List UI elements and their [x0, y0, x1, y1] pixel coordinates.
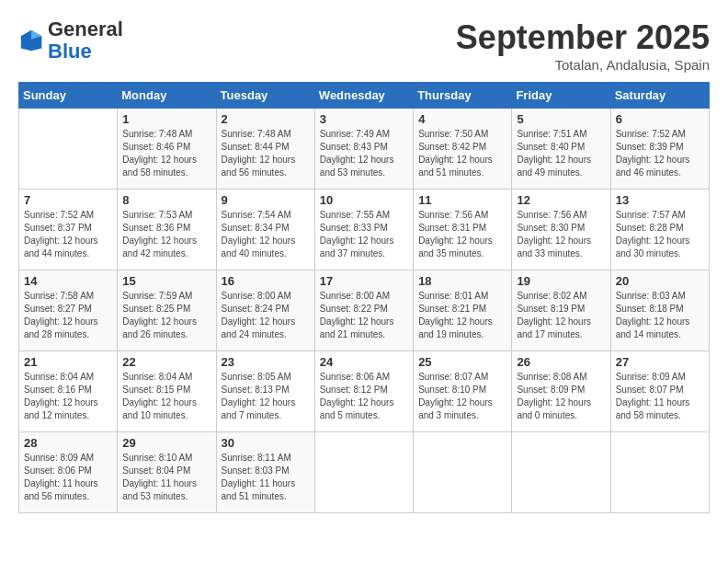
- day-cell: 10Sunrise: 7:55 AM Sunset: 8:33 PM Dayli…: [314, 190, 413, 270]
- week-row-2: 7Sunrise: 7:52 AM Sunset: 8:37 PM Daylig…: [19, 190, 710, 270]
- day-info: Sunrise: 8:10 AM Sunset: 8:04 PM Dayligh…: [122, 452, 210, 503]
- month-title: September 2025: [456, 18, 710, 57]
- day-info: Sunrise: 7:48 AM Sunset: 8:46 PM Dayligh…: [122, 128, 210, 179]
- day-info: Sunrise: 7:50 AM Sunset: 8:42 PM Dayligh…: [418, 128, 506, 179]
- day-cell: 2Sunrise: 7:48 AM Sunset: 8:44 PM Daylig…: [216, 109, 314, 190]
- day-cell: 27Sunrise: 8:09 AM Sunset: 8:07 PM Dayli…: [610, 351, 709, 432]
- day-info: Sunrise: 7:52 AM Sunset: 8:39 PM Dayligh…: [616, 128, 704, 179]
- week-row-4: 21Sunrise: 8:04 AM Sunset: 8:16 PM Dayli…: [19, 351, 710, 432]
- day-cell: 23Sunrise: 8:05 AM Sunset: 8:13 PM Dayli…: [216, 351, 314, 432]
- day-number: 10: [320, 193, 408, 207]
- day-number: 27: [616, 355, 704, 369]
- day-number: 3: [320, 112, 408, 126]
- day-cell: 14Sunrise: 7:58 AM Sunset: 8:27 PM Dayli…: [19, 270, 118, 351]
- day-cell: 17Sunrise: 8:00 AM Sunset: 8:22 PM Dayli…: [314, 270, 413, 351]
- day-cell: 8Sunrise: 7:53 AM Sunset: 8:36 PM Daylig…: [118, 190, 216, 270]
- day-cell: 13Sunrise: 7:57 AM Sunset: 8:28 PM Dayli…: [610, 190, 709, 270]
- header-row: SundayMondayTuesdayWednesdayThursdayFrid…: [19, 83, 710, 109]
- day-number: 13: [616, 193, 704, 207]
- title-block: September 2025 Totalan, Andalusia, Spain: [456, 18, 710, 73]
- page-header: General Blue September 2025 Totalan, And…: [18, 18, 710, 73]
- logo-icon: [18, 28, 44, 53]
- day-info: Sunrise: 7:53 AM Sunset: 8:36 PM Dayligh…: [122, 209, 210, 260]
- day-number: 9: [222, 193, 310, 207]
- day-cell: [314, 432, 413, 513]
- day-cell: 25Sunrise: 8:07 AM Sunset: 8:10 PM Dayli…: [414, 351, 512, 432]
- day-info: Sunrise: 8:09 AM Sunset: 8:06 PM Dayligh…: [24, 452, 112, 503]
- day-info: Sunrise: 8:02 AM Sunset: 8:19 PM Dayligh…: [517, 290, 605, 341]
- day-number: 15: [122, 274, 210, 288]
- logo-text: General Blue: [48, 18, 123, 63]
- col-header-monday: Monday: [118, 83, 216, 109]
- day-cell: [610, 432, 709, 513]
- day-info: Sunrise: 8:00 AM Sunset: 8:22 PM Dayligh…: [320, 290, 408, 341]
- day-info: Sunrise: 7:56 AM Sunset: 8:31 PM Dayligh…: [418, 209, 506, 260]
- day-cell: 9Sunrise: 7:54 AM Sunset: 8:34 PM Daylig…: [216, 190, 314, 270]
- day-number: 4: [418, 112, 506, 126]
- col-header-tuesday: Tuesday: [216, 83, 314, 109]
- day-number: 30: [222, 436, 310, 450]
- week-row-5: 28Sunrise: 8:09 AM Sunset: 8:06 PM Dayli…: [19, 432, 710, 513]
- day-info: Sunrise: 7:56 AM Sunset: 8:30 PM Dayligh…: [517, 209, 605, 260]
- day-info: Sunrise: 8:01 AM Sunset: 8:21 PM Dayligh…: [418, 290, 506, 341]
- day-info: Sunrise: 8:06 AM Sunset: 8:12 PM Dayligh…: [320, 371, 408, 422]
- day-cell: [512, 432, 610, 513]
- day-number: 24: [320, 355, 408, 369]
- day-number: 12: [517, 193, 605, 207]
- day-number: 20: [616, 274, 704, 288]
- day-info: Sunrise: 7:57 AM Sunset: 8:28 PM Dayligh…: [616, 209, 704, 260]
- logo: General Blue: [18, 18, 123, 63]
- location: Totalan, Andalusia, Spain: [456, 57, 710, 73]
- day-info: Sunrise: 8:08 AM Sunset: 8:09 PM Dayligh…: [517, 371, 605, 422]
- col-header-sunday: Sunday: [19, 83, 118, 109]
- day-info: Sunrise: 8:04 AM Sunset: 8:16 PM Dayligh…: [24, 371, 112, 422]
- day-number: 25: [418, 355, 506, 369]
- day-cell: 18Sunrise: 8:01 AM Sunset: 8:21 PM Dayli…: [414, 270, 512, 351]
- day-cell: 22Sunrise: 8:04 AM Sunset: 8:15 PM Dayli…: [118, 351, 216, 432]
- day-info: Sunrise: 8:11 AM Sunset: 8:03 PM Dayligh…: [222, 452, 310, 503]
- day-cell: 16Sunrise: 8:00 AM Sunset: 8:24 PM Dayli…: [216, 270, 314, 351]
- day-number: 26: [517, 355, 605, 369]
- day-info: Sunrise: 7:59 AM Sunset: 8:25 PM Dayligh…: [122, 290, 210, 341]
- week-row-3: 14Sunrise: 7:58 AM Sunset: 8:27 PM Dayli…: [19, 270, 710, 351]
- day-number: 11: [418, 193, 506, 207]
- col-header-saturday: Saturday: [610, 83, 709, 109]
- day-cell: 19Sunrise: 8:02 AM Sunset: 8:19 PM Dayli…: [512, 270, 610, 351]
- col-header-thursday: Thursday: [414, 83, 512, 109]
- day-number: 22: [122, 355, 210, 369]
- day-info: Sunrise: 8:00 AM Sunset: 8:24 PM Dayligh…: [222, 290, 310, 341]
- day-cell: 29Sunrise: 8:10 AM Sunset: 8:04 PM Dayli…: [118, 432, 216, 513]
- day-number: 28: [24, 436, 112, 450]
- day-number: 21: [24, 355, 112, 369]
- day-cell: 1Sunrise: 7:48 AM Sunset: 8:46 PM Daylig…: [118, 109, 216, 190]
- col-header-friday: Friday: [512, 83, 610, 109]
- day-cell: 28Sunrise: 8:09 AM Sunset: 8:06 PM Dayli…: [19, 432, 118, 513]
- day-info: Sunrise: 7:54 AM Sunset: 8:34 PM Dayligh…: [222, 209, 310, 260]
- day-info: Sunrise: 8:07 AM Sunset: 8:10 PM Dayligh…: [418, 371, 506, 422]
- day-number: 17: [320, 274, 408, 288]
- day-cell: 24Sunrise: 8:06 AM Sunset: 8:12 PM Dayli…: [314, 351, 413, 432]
- day-info: Sunrise: 7:52 AM Sunset: 8:37 PM Dayligh…: [24, 209, 112, 260]
- day-info: Sunrise: 7:58 AM Sunset: 8:27 PM Dayligh…: [24, 290, 112, 341]
- day-cell: [414, 432, 512, 513]
- day-number: 16: [222, 274, 310, 288]
- day-number: 14: [24, 274, 112, 288]
- day-cell: 4Sunrise: 7:50 AM Sunset: 8:42 PM Daylig…: [414, 109, 512, 190]
- day-number: 2: [222, 112, 310, 126]
- day-cell: 6Sunrise: 7:52 AM Sunset: 8:39 PM Daylig…: [610, 109, 709, 190]
- day-info: Sunrise: 8:03 AM Sunset: 8:18 PM Dayligh…: [616, 290, 704, 341]
- day-info: Sunrise: 8:09 AM Sunset: 8:07 PM Dayligh…: [616, 371, 704, 422]
- day-number: 6: [616, 112, 704, 126]
- day-number: 8: [122, 193, 210, 207]
- day-number: 1: [122, 112, 210, 126]
- day-info: Sunrise: 8:04 AM Sunset: 8:15 PM Dayligh…: [122, 371, 210, 422]
- day-number: 5: [517, 112, 605, 126]
- day-info: Sunrise: 8:05 AM Sunset: 8:13 PM Dayligh…: [222, 371, 310, 422]
- day-number: 23: [222, 355, 310, 369]
- day-cell: 3Sunrise: 7:49 AM Sunset: 8:43 PM Daylig…: [314, 109, 413, 190]
- col-header-wednesday: Wednesday: [314, 83, 413, 109]
- day-number: 18: [418, 274, 506, 288]
- day-cell: 26Sunrise: 8:08 AM Sunset: 8:09 PM Dayli…: [512, 351, 610, 432]
- calendar-table: SundayMondayTuesdayWednesdayThursdayFrid…: [18, 82, 710, 513]
- day-cell: 7Sunrise: 7:52 AM Sunset: 8:37 PM Daylig…: [19, 190, 118, 270]
